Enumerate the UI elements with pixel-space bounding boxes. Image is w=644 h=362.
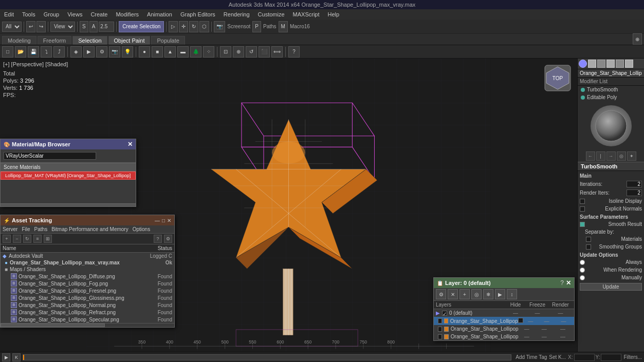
rp-color5[interactable] — [616, 60, 624, 68]
tb2-sphere[interactable]: ● — [139, 46, 150, 58]
mat-item-lollipop[interactable]: Lollipop_Star_MAT (VRayMtl) [Orange_Star… — [1, 172, 136, 180]
at-scrollbar[interactable] — [1, 323, 174, 327]
ts-isoline-checkbox[interactable] — [580, 199, 585, 204]
menu-create[interactable]: Create — [88, 11, 109, 17]
ts-when-rendering-radio[interactable] — [580, 268, 585, 273]
at-row-refract[interactable]: B Orange_Star_Shape_Lollipop_Refract.png… — [1, 309, 174, 316]
rp-color3[interactable] — [597, 60, 605, 68]
tb2-rotate2[interactable]: ↺ — [246, 46, 257, 58]
menu-views[interactable]: Views — [65, 11, 84, 17]
rp-color4[interactable] — [606, 60, 615, 68]
mat-search-input[interactable] — [4, 152, 96, 160]
rp-modifier-list-label[interactable]: Modifier List — [578, 78, 644, 86]
lp-expand-btn[interactable]: ↕ — [507, 289, 517, 299]
at-view1[interactable]: ≡ — [33, 235, 42, 243]
at-minimize[interactable]: — — [155, 218, 160, 223]
tb2-export[interactable]: ⤴ — [53, 46, 65, 58]
bb-add-time-tag[interactable]: Add Time Tag — [516, 354, 547, 360]
tb2-box[interactable]: ■ — [152, 46, 163, 58]
rp-camera-btn[interactable]: ◎ — [617, 151, 626, 161]
tb2-cone[interactable]: ▲ — [164, 46, 176, 58]
tb2-mirror[interactable]: ⟺ — [271, 46, 283, 58]
rp-color2[interactable] — [588, 60, 596, 68]
tb2-scale2[interactable]: ⬛ — [259, 46, 270, 58]
at-settings[interactable]: ⚙ — [164, 235, 172, 243]
tb2-scatter[interactable]: ⁘ — [203, 46, 214, 58]
tb2-tree[interactable]: 🌲 — [190, 46, 201, 58]
lp-render-all-btn[interactable]: ▶ — [495, 289, 505, 299]
lp-row2-vis-check[interactable] — [438, 327, 442, 332]
tb2-help[interactable]: ? — [288, 46, 300, 58]
at-close[interactable]: ✕ — [167, 218, 171, 223]
bb-key[interactable]: K — [12, 353, 21, 361]
menu-modifiers[interactable]: Modifiers — [114, 11, 141, 17]
tb-rotate[interactable]: ↻ — [189, 21, 198, 32]
tb2-open[interactable]: 📂 — [15, 46, 26, 58]
lp-row-lollipop1[interactable]: Orange_Star_Shape_Lollipop — — — — [434, 317, 574, 325]
at-refresh[interactable]: ↻ — [23, 235, 31, 243]
rp-light-btn[interactable]: ✦ — [627, 151, 636, 161]
ts-render-iters-input[interactable] — [627, 189, 642, 196]
lp-help[interactable]: ? — [560, 279, 564, 287]
tb2-plane[interactable]: ▬ — [177, 46, 189, 58]
tb2-camera[interactable]: 📷 — [109, 46, 120, 58]
lp-freeze-all-btn[interactable]: ❄ — [483, 289, 493, 299]
tb2-import[interactable]: ⤵ — [41, 46, 52, 58]
ts-iterations-input[interactable] — [627, 181, 642, 187]
at-help[interactable]: ? — [154, 235, 162, 243]
bb-play[interactable]: ▶ — [2, 353, 10, 361]
menu-group[interactable]: Group — [42, 11, 62, 17]
all-dropdown[interactable]: All — [2, 22, 22, 32]
tb-snap2[interactable]: A — [89, 21, 98, 32]
tb2-render[interactable]: ▶ — [83, 46, 95, 58]
tab-populate[interactable]: Populate — [151, 36, 185, 45]
tb-scale[interactable]: ⬡ — [199, 21, 209, 32]
bb-set-k[interactable]: Set K... — [549, 354, 566, 360]
view-dropdown[interactable]: View — [50, 22, 75, 32]
tb-paths[interactable]: P — [252, 21, 261, 32]
tb2-select2[interactable]: ⊡ — [220, 46, 231, 58]
at-row-glossiness[interactable]: B Orange_Star_Shape_Lollipop_Glossiness.… — [1, 294, 174, 301]
at-row-diffuse[interactable]: B Orange_Star_Shape_Lollipop_Diffuse.png… — [1, 273, 174, 280]
lp-row0-vis-check[interactable]: ✓ — [442, 311, 447, 316]
nav-cube[interactable]: TOP — [542, 63, 573, 93]
at-file[interactable]: File — [22, 226, 30, 232]
at-view2[interactable]: ⊞ — [44, 235, 52, 243]
tb2-new[interactable]: □ — [2, 46, 13, 58]
menu-graph-editors[interactable]: Graph Editors — [178, 11, 217, 17]
ts-always-radio[interactable] — [580, 260, 585, 265]
at-bitmap-perf[interactable]: Bitmap Performance and Memory — [51, 226, 128, 232]
tb-move[interactable]: ✛ — [179, 21, 188, 32]
tb2-save[interactable]: 💾 — [28, 46, 39, 58]
rp-color1[interactable] — [579, 60, 587, 68]
at-row-maxfile[interactable]: ● Orange_Star_Shape_Lollipop_max_vray.ma… — [1, 259, 174, 266]
tab-selection[interactable]: Selection — [72, 36, 107, 45]
ts-manually-radio[interactable] — [580, 275, 585, 280]
at-row-vault[interactable]: ◆ Autodesk Vault Logged C — [1, 253, 174, 259]
tb2-light[interactable]: 💡 — [122, 46, 133, 58]
at-row-fog[interactable]: B Orange_Star_Shape_Lollipop_Fog.png Fou… — [1, 280, 174, 287]
modifier-editable-poly[interactable]: Editable Poly — [578, 93, 644, 101]
at-options[interactable]: Options — [133, 226, 150, 232]
ts-smoothing-groups-checkbox[interactable] — [586, 244, 591, 250]
rp-color6[interactable] — [625, 60, 633, 68]
modifier-turbossmooth[interactable]: TurboSmooth — [578, 86, 644, 93]
snap-value-input[interactable] — [99, 22, 114, 32]
ts-smooth-result-checkbox[interactable] — [580, 222, 585, 227]
lp-row-lollipop3[interactable]: Orange_Star_Shape_Lollipop — — — — [434, 333, 574, 340]
create-selection-button[interactable]: Create Selection — [119, 21, 164, 32]
tb2-move2[interactable]: ⊕ — [233, 46, 244, 58]
tb-macro16[interactable]: M — [279, 21, 288, 32]
tb2-rendersett[interactable]: ⚙ — [96, 46, 107, 58]
at-maximize[interactable]: □ — [162, 218, 165, 223]
at-row-normal[interactable]: B Orange_Star_Shape_Lollipop_Normal.png … — [1, 301, 174, 309]
menu-maxscript[interactable]: MAXScript — [291, 11, 322, 17]
at-add[interactable]: + — [3, 235, 11, 243]
tb-redo[interactable]: ↪ — [36, 21, 46, 32]
lp-delete-btn[interactable]: ✕ — [448, 289, 458, 299]
tab-freeform[interactable]: Freeform — [38, 36, 72, 45]
at-row-fresnel[interactable]: B Orange_Star_Shape_Lollipop_Fresnel.png… — [1, 287, 174, 294]
lp-row-lollipop2[interactable]: Orange_Star_Shape_Lollipop — — — — [434, 325, 574, 333]
tab-modeling[interactable]: Modeling — [2, 36, 36, 45]
bb-x-input[interactable] — [574, 354, 595, 361]
